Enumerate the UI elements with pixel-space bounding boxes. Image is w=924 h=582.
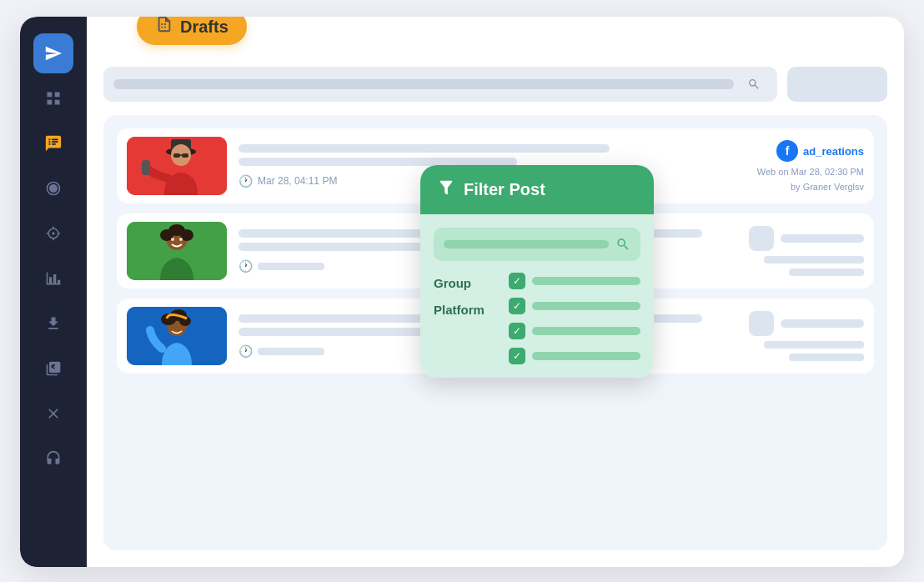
by-placeholder-3 bbox=[789, 354, 864, 361]
date-placeholder bbox=[764, 256, 864, 263]
sidebar-item-tools[interactable] bbox=[33, 394, 73, 434]
sidebar-item-library[interactable] bbox=[33, 349, 73, 389]
platform-label-placeholder-3 bbox=[781, 319, 864, 328]
filter-search-icon bbox=[615, 237, 630, 252]
post-date-placeholder-3 bbox=[258, 348, 324, 355]
sidebar-item-send[interactable] bbox=[33, 33, 73, 73]
checkbox-label-1 bbox=[532, 277, 640, 285]
post-action-area-2 bbox=[714, 226, 864, 276]
drafts-label: Drafts bbox=[180, 18, 228, 37]
checkbox-label-3 bbox=[532, 327, 640, 335]
sidebar-item-grid[interactable] bbox=[33, 78, 73, 118]
drafts-badge[interactable]: Drafts bbox=[137, 17, 247, 45]
clock-icon-3: 🕐 bbox=[239, 344, 253, 358]
doc-icon bbox=[155, 17, 173, 38]
facebook-handle: ad_reations bbox=[803, 145, 864, 158]
platform-label-placeholder bbox=[781, 234, 864, 243]
filter-body: Group Platform ✓ ✓ bbox=[420, 214, 654, 378]
checkbox-2[interactable]: ✓ bbox=[509, 298, 525, 314]
post-platform-date: Web on Mar 28, 02:30 PM bbox=[757, 167, 864, 177]
action-button[interactable] bbox=[787, 67, 887, 102]
svg-rect-7 bbox=[142, 160, 150, 175]
filter-panel: Filter Post Group Platform bbox=[420, 165, 654, 378]
post-date-placeholder bbox=[258, 263, 324, 270]
checkbox-row-4: ✓ bbox=[509, 348, 640, 364]
filter-checkboxes: ✓ ✓ ✓ ✓ bbox=[509, 273, 640, 364]
sidebar-item-chat[interactable] bbox=[33, 123, 73, 163]
post-text-line bbox=[239, 144, 610, 153]
post-image-3 bbox=[127, 307, 227, 365]
clock-icon: 🕐 bbox=[239, 174, 253, 188]
clock-icon-2: 🕐 bbox=[239, 259, 253, 273]
checkbox-label-4 bbox=[532, 352, 640, 360]
app-container: Drafts bbox=[20, 17, 904, 567]
checkbox-label-2 bbox=[532, 302, 640, 310]
platform-icon-placeholder bbox=[749, 226, 774, 251]
sidebar-item-download[interactable] bbox=[33, 304, 73, 344]
post-action-area-1: f ad_reations Web on Mar 28, 02:30 PM by… bbox=[714, 140, 864, 192]
svg-rect-4 bbox=[173, 153, 180, 158]
post-image-2 bbox=[127, 222, 227, 280]
platform-label: Platform bbox=[434, 303, 500, 318]
content-area: 🕐 Mar 28, 04:11 PM f ad_reations Web on … bbox=[103, 115, 887, 550]
post-image-1 bbox=[127, 137, 227, 195]
sidebar-item-network[interactable] bbox=[33, 168, 73, 208]
sidebar bbox=[20, 17, 87, 567]
svg-point-14 bbox=[179, 238, 183, 241]
search-bar[interactable] bbox=[103, 67, 777, 102]
filter-icon bbox=[437, 178, 455, 201]
checkbox-row-1: ✓ bbox=[509, 273, 640, 289]
main-content: Drafts bbox=[87, 17, 904, 567]
facebook-badge: f ad_reations bbox=[776, 140, 864, 162]
post-date-1: Mar 28, 04:11 PM bbox=[258, 175, 337, 187]
filter-content: Group Platform ✓ ✓ bbox=[434, 273, 640, 364]
post-action-area-3 bbox=[714, 311, 864, 361]
filter-search-input bbox=[444, 240, 609, 248]
checkbox-4[interactable]: ✓ bbox=[509, 348, 525, 364]
checkbox-row-2: ✓ bbox=[509, 298, 640, 314]
sidebar-item-target[interactable] bbox=[33, 213, 73, 253]
filter-header: Filter Post bbox=[420, 165, 654, 214]
platform-icon-placeholder-3 bbox=[749, 311, 774, 336]
svg-point-13 bbox=[171, 238, 174, 241]
sidebar-item-chart[interactable] bbox=[33, 258, 73, 299]
checkbox-3[interactable]: ✓ bbox=[509, 323, 525, 339]
search-row bbox=[103, 67, 887, 102]
date-placeholder-3 bbox=[764, 341, 864, 349]
filter-search[interactable] bbox=[434, 228, 640, 261]
facebook-icon: f bbox=[776, 140, 798, 162]
sidebar-item-headset[interactable] bbox=[33, 439, 73, 479]
checkbox-1[interactable]: ✓ bbox=[509, 273, 525, 289]
svg-rect-5 bbox=[182, 153, 188, 158]
group-label: Group bbox=[434, 276, 500, 291]
search-icon bbox=[741, 71, 767, 98]
filter-labels: Group Platform bbox=[434, 273, 500, 364]
by-placeholder bbox=[789, 268, 864, 276]
filter-title: Filter Post bbox=[464, 180, 545, 199]
post-platform-by: by Graner Verglsv bbox=[791, 182, 864, 192]
checkbox-row-3: ✓ bbox=[509, 323, 640, 339]
search-input-placeholder bbox=[113, 79, 734, 89]
